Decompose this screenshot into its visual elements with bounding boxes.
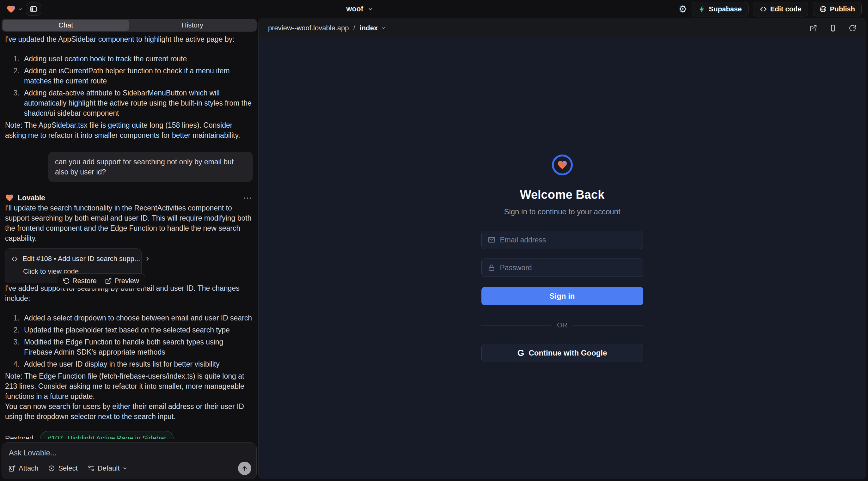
assistant-message-text: I've updated the AppSidebar component to… xyxy=(5,34,253,44)
message-menu-button[interactable]: ⋯ xyxy=(243,193,253,202)
mobile-view-button[interactable] xyxy=(829,24,837,32)
tab-chat[interactable]: Chat xyxy=(3,20,129,31)
lovable-heart-icon xyxy=(6,4,16,14)
publish-button[interactable]: Publish xyxy=(813,2,862,17)
open-in-new-tab-button[interactable] xyxy=(809,24,817,32)
edit-version-card[interactable]: Edit #108 • Add user ID search supp... C… xyxy=(5,248,142,283)
attach-image-icon xyxy=(8,464,16,472)
arrow-up-icon xyxy=(241,465,248,472)
send-button[interactable] xyxy=(238,462,251,475)
select-button[interactable]: Select xyxy=(48,464,78,473)
project-name[interactable]: woof xyxy=(346,5,364,13)
or-divider: OR xyxy=(482,321,643,329)
lovable-logo-menu[interactable] xyxy=(6,4,23,14)
password-field[interactable] xyxy=(500,263,637,272)
preview-label: Preview xyxy=(115,277,139,285)
password-field-wrapper xyxy=(482,258,643,277)
assistant-header: Lovable ⋯ xyxy=(5,193,253,203)
assistant-list: Adding useLocation hook to track the cur… xyxy=(5,54,253,118)
restored-version-badge[interactable]: #107 Highlight Active Page in Sidebar xyxy=(40,431,174,439)
lovable-app-window: woof ⚙ Supabase Edit code xyxy=(0,0,868,481)
supabase-label: Supabase xyxy=(709,5,742,13)
google-g-icon: G xyxy=(518,348,524,358)
chat-message-list[interactable]: I've updated the AppSidebar component to… xyxy=(0,32,258,439)
list-item: Adding useLocation hook to track the cur… xyxy=(22,54,253,64)
signin-card: Welcome Back Sign in to continue to your… xyxy=(482,155,643,362)
chevron-down-icon xyxy=(122,466,127,471)
mode-label: Default xyxy=(98,464,120,473)
restored-label: Restored xyxy=(5,433,33,439)
smartphone-icon xyxy=(829,24,837,32)
refresh-icon xyxy=(849,24,856,32)
preview-panel: preview--woof.lovable.app / index xyxy=(258,18,866,479)
list-item: Added a select dropdown to choose betwee… xyxy=(22,313,253,323)
restored-version-id: #107 xyxy=(48,434,63,439)
chat-panel: Chat History I've updated the AppSidebar… xyxy=(0,18,258,481)
attach-button[interactable]: Attach xyxy=(8,464,38,473)
google-signin-button[interactable]: G Continue with Google xyxy=(482,344,643,362)
url-separator: / xyxy=(353,24,355,32)
globe-icon xyxy=(819,5,827,13)
preview-url-bar: preview--woof.lovable.app / index xyxy=(258,18,866,38)
mode-selector[interactable]: Default xyxy=(87,464,128,473)
refresh-button[interactable] xyxy=(849,24,856,32)
app-logo xyxy=(552,155,573,175)
assistant-note: Note: The AppSidebar.tsx file is getting… xyxy=(5,120,253,140)
list-item: Added the user ID display in the results… xyxy=(22,359,253,369)
list-item: Modified the Edge Function to handle bot… xyxy=(22,337,253,357)
panel-left-icon xyxy=(30,5,37,13)
restore-icon xyxy=(63,278,70,284)
restore-button[interactable]: Restore xyxy=(63,277,97,285)
page-title: Welcome Back xyxy=(520,188,605,202)
external-link-icon xyxy=(105,278,112,284)
sliders-icon xyxy=(87,464,95,472)
preview-viewport: Welcome Back Sign in to continue to your… xyxy=(258,38,866,479)
user-message-bubble: can you add support for searching not on… xyxy=(48,152,253,182)
google-signin-label: Continue with Google xyxy=(528,349,607,357)
page-subtitle: Sign in to continue to your account xyxy=(504,207,620,216)
or-label: OR xyxy=(557,321,567,329)
select-label: Select xyxy=(58,464,78,473)
chevron-down-icon xyxy=(381,26,386,31)
edit-code-button[interactable]: Edit code xyxy=(753,2,808,17)
chat-history-tabs: Chat History xyxy=(2,19,257,32)
tab-history[interactable]: History xyxy=(129,20,256,31)
attach-label: Attach xyxy=(19,464,38,473)
code-icon xyxy=(11,255,18,262)
chat-composer: Attach Select Default xyxy=(2,443,257,479)
edit-code-label: Edit code xyxy=(770,5,802,13)
project-chevron-icon[interactable] xyxy=(368,6,373,12)
preview-button[interactable]: Preview xyxy=(105,277,139,285)
email-field-wrapper xyxy=(482,231,643,249)
settings-button[interactable]: ⚙ xyxy=(679,4,687,14)
assistant-message-text: I'll update the search functionality in … xyxy=(5,203,253,243)
assistant-note: Note: The Edge Function file (fetch-fire… xyxy=(5,371,253,402)
restored-row: Restored #107 Highlight Active Page in S… xyxy=(5,431,253,439)
version-actions: Restore Preview xyxy=(57,274,145,289)
sign-in-button[interactable]: Sign in xyxy=(482,287,643,305)
lovable-heart-icon xyxy=(5,193,14,202)
toggle-sidebar-button[interactable] xyxy=(26,3,41,16)
select-target-icon xyxy=(48,464,55,472)
gear-icon: ⚙ xyxy=(679,4,687,14)
external-link-icon xyxy=(809,24,817,32)
chat-input[interactable] xyxy=(9,448,249,457)
preview-route: index xyxy=(360,24,378,32)
supabase-button[interactable]: Supabase xyxy=(692,2,748,17)
code-icon xyxy=(760,5,767,13)
assistant-sender-name: Lovable xyxy=(18,193,45,203)
email-field[interactable] xyxy=(500,236,637,244)
chevron-down-icon xyxy=(18,7,23,12)
preview-url[interactable]: preview--woof.lovable.app / index xyxy=(268,24,386,32)
mail-icon xyxy=(488,236,496,244)
preview-host: preview--woof.lovable.app xyxy=(268,24,349,32)
list-item: Adding an isCurrentPath helper function … xyxy=(22,66,253,86)
restored-version-title: Highlight Active Page in Sidebar xyxy=(67,434,166,439)
assistant-message-text: You can now search for users by either t… xyxy=(5,402,253,422)
publish-label: Publish xyxy=(830,5,855,13)
list-item: Updated the placeholder text based on th… xyxy=(22,325,253,335)
assistant-list: Added a select dropdown to choose betwee… xyxy=(5,313,253,369)
list-item: Adding data-active attribute to SidebarM… xyxy=(22,88,253,118)
edit-card-title: Edit #108 • Add user ID search supp... xyxy=(23,254,140,264)
lock-icon xyxy=(488,263,496,272)
